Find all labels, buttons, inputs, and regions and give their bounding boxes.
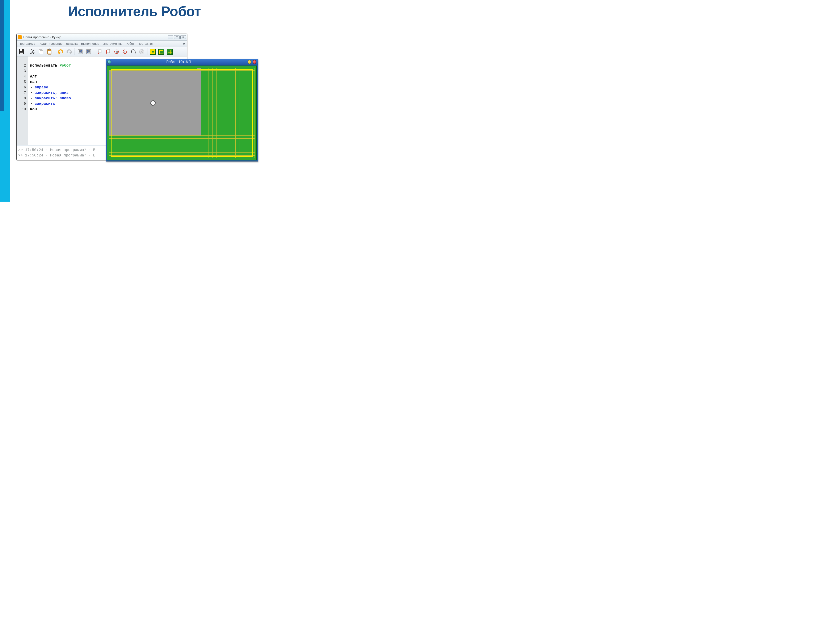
grid-cell[interactable]	[209, 136, 213, 138]
grid-cell[interactable]	[209, 71, 213, 136]
grid-cell[interactable]	[224, 138, 228, 141]
grid-cell[interactable]	[224, 150, 228, 152]
grid-cell[interactable]	[243, 141, 247, 144]
grid-cell[interactable]	[209, 150, 213, 152]
grid-cell[interactable]	[213, 153, 216, 155]
grid-cell[interactable]	[197, 155, 201, 158]
grid-cell[interactable]	[205, 136, 208, 138]
indent-icon[interactable]	[85, 48, 92, 55]
grid-cell[interactable]	[243, 155, 247, 158]
loop-start-icon[interactable]: {}	[113, 48, 120, 55]
grid-cell[interactable]	[197, 147, 201, 150]
grid-cell[interactable]	[247, 141, 251, 144]
grid-cell[interactable]	[251, 136, 254, 138]
grid-cell[interactable]	[243, 144, 247, 147]
grid-cell[interactable]	[213, 144, 216, 147]
grid-cell[interactable]	[243, 147, 247, 150]
robot-minimize-button[interactable]	[248, 60, 251, 64]
grid-cell[interactable]	[228, 144, 232, 147]
loop-end-icon[interactable]: {}	[122, 48, 128, 55]
grid-cell[interactable]	[235, 136, 239, 138]
grid-cell[interactable]	[201, 71, 205, 136]
menu-tools[interactable]: Инструменты	[103, 42, 122, 45]
grid-cell[interactable]	[239, 147, 243, 150]
grid-cell[interactable]	[216, 138, 220, 141]
grid-cell[interactable]	[251, 155, 254, 158]
grid-cell[interactable]	[251, 68, 254, 71]
grid-cell[interactable]	[228, 155, 232, 158]
grid-cell[interactable]	[220, 68, 224, 71]
grid-cell[interactable]	[197, 141, 201, 144]
grid-cell[interactable]	[213, 155, 216, 158]
grid-cell[interactable]	[251, 150, 254, 152]
paste-icon[interactable]	[46, 48, 53, 55]
grid-cell[interactable]	[243, 136, 247, 138]
grid-cell[interactable]	[220, 144, 224, 147]
grid-cell[interactable]	[213, 71, 216, 136]
menu-edit[interactable]: Редактирование	[39, 42, 63, 45]
grid-cell[interactable]	[232, 155, 235, 158]
grid-cell[interactable]	[232, 138, 235, 141]
grid-cell[interactable]	[205, 147, 208, 150]
grid-cell[interactable]	[205, 138, 208, 141]
grid-cell[interactable]	[201, 144, 205, 147]
grid-cell[interactable]	[228, 71, 232, 136]
menu-more-icon[interactable]: »	[183, 41, 185, 46]
grid-cell[interactable]	[228, 153, 232, 155]
robot-titlebar[interactable]: Робот - 10x16.fil	[106, 59, 258, 65]
grid-cell[interactable]	[216, 150, 220, 152]
save-icon[interactable]	[18, 48, 25, 55]
robot-close-button[interactable]	[253, 60, 256, 64]
grid-cell[interactable]	[109, 141, 197, 144]
grid-cell[interactable]	[213, 147, 216, 150]
grid-cell[interactable]	[239, 155, 243, 158]
grid-cell[interactable]	[201, 138, 205, 141]
grid-cell[interactable]	[235, 150, 239, 152]
grid-cell[interactable]	[220, 136, 224, 138]
grid-cell[interactable]	[216, 147, 220, 150]
grid-cell[interactable]	[201, 153, 205, 155]
grid-cell[interactable]	[109, 138, 197, 141]
grid-cell[interactable]	[216, 71, 220, 136]
grid-cell[interactable]	[109, 144, 197, 147]
run-to-icon[interactable]	[130, 48, 137, 55]
grid-cell[interactable]	[243, 68, 247, 71]
grid-cell[interactable]	[239, 71, 243, 136]
grid-cell[interactable]	[235, 147, 239, 150]
grid-cell[interactable]	[197, 136, 201, 138]
grid-cell[interactable]	[213, 141, 216, 144]
grid-cell[interactable]	[109, 150, 197, 152]
grid-cell[interactable]	[247, 144, 251, 147]
grid-cell[interactable]	[232, 68, 235, 71]
step-over-icon[interactable]	[96, 48, 103, 55]
grid-cell[interactable]	[201, 136, 205, 138]
grid-cell[interactable]	[243, 153, 247, 155]
grid-cell[interactable]	[209, 138, 213, 141]
grid-cell[interactable]	[209, 141, 213, 144]
grid-cell[interactable]	[197, 138, 201, 141]
grid-cell[interactable]	[232, 150, 235, 152]
grid-cell[interactable]	[220, 71, 224, 136]
grid-cell[interactable]	[228, 141, 232, 144]
grid-cell[interactable]	[216, 68, 220, 71]
grid-cell[interactable]	[251, 138, 254, 141]
grid-cell[interactable]	[205, 144, 208, 147]
grid-cell[interactable]	[232, 141, 235, 144]
grid-cell[interactable]	[239, 136, 243, 138]
grid-cell[interactable]	[224, 155, 228, 158]
grid-cell[interactable]	[201, 141, 205, 144]
grid-cell[interactable]	[224, 68, 228, 71]
grid-cell[interactable]	[247, 155, 251, 158]
grid-cell[interactable]	[232, 144, 235, 147]
grid-cell[interactable]	[232, 147, 235, 150]
grid-cell[interactable]	[216, 136, 220, 138]
grid-cell[interactable]	[247, 68, 251, 71]
grid-cell[interactable]	[220, 138, 224, 141]
outdent-icon[interactable]	[77, 48, 84, 55]
grid-cell[interactable]	[197, 153, 201, 155]
grid-cell[interactable]	[213, 68, 216, 71]
grid-cell[interactable]	[239, 68, 243, 71]
step-into-icon[interactable]	[105, 48, 112, 55]
grid-cell[interactable]	[228, 150, 232, 152]
grid-cell[interactable]	[247, 147, 251, 150]
